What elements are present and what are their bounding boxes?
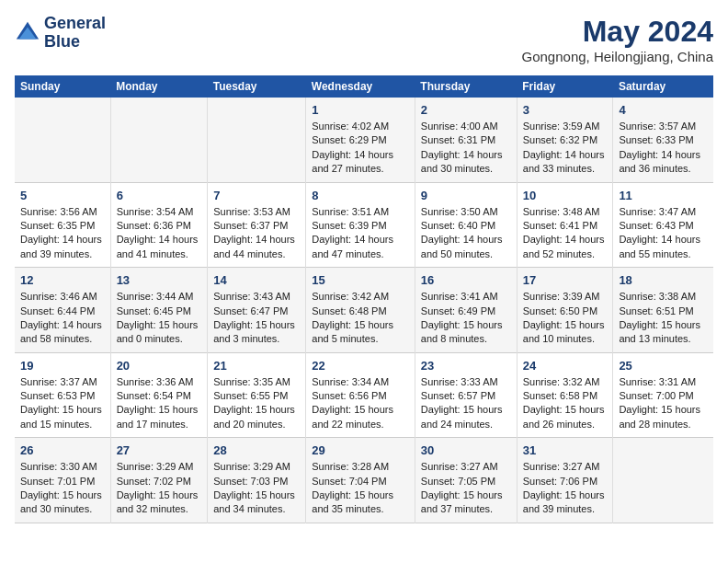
- day-info: Sunrise: 3:59 AM Sunset: 6:32 PM Dayligh…: [523, 120, 608, 177]
- calendar-week-row: 5Sunrise: 3:56 AM Sunset: 6:35 PM Daylig…: [15, 182, 713, 268]
- day-info: Sunrise: 3:29 AM Sunset: 7:03 PM Dayligh…: [213, 460, 300, 517]
- day-info: Sunrise: 3:43 AM Sunset: 6:47 PM Dayligh…: [213, 290, 300, 347]
- day-info: Sunrise: 3:41 AM Sunset: 6:49 PM Dayligh…: [421, 290, 511, 347]
- day-info: Sunrise: 3:56 AM Sunset: 6:35 PM Dayligh…: [20, 205, 105, 262]
- calendar-week-row: 12Sunrise: 3:46 AM Sunset: 6:44 PM Dayli…: [15, 268, 713, 353]
- day-number: 25: [619, 359, 708, 373]
- day-number: 11: [619, 189, 708, 202]
- day-number: 8: [312, 189, 409, 202]
- day-info: Sunrise: 3:32 AM Sunset: 6:58 PM Dayligh…: [523, 375, 608, 432]
- calendar-cell: [208, 98, 306, 182]
- day-number: 10: [523, 189, 608, 202]
- day-number: 27: [117, 443, 202, 457]
- day-info: Sunrise: 3:42 AM Sunset: 6:48 PM Dayligh…: [312, 290, 409, 347]
- day-info: Sunrise: 3:48 AM Sunset: 6:41 PM Dayligh…: [523, 205, 608, 262]
- calendar-cell: 30Sunrise: 3:27 AM Sunset: 7:05 PM Dayli…: [415, 438, 517, 523]
- page-header: General Blue May 2024 Gongnong, Heilongj…: [15, 15, 713, 64]
- calendar-title: May 2024: [522, 15, 713, 49]
- day-info: Sunrise: 3:39 AM Sunset: 6:50 PM Dayligh…: [523, 290, 608, 347]
- day-number: 26: [20, 443, 105, 457]
- calendar-cell: 9Sunrise: 3:50 AM Sunset: 6:40 PM Daylig…: [415, 182, 517, 268]
- day-info: Sunrise: 3:37 AM Sunset: 6:53 PM Dayligh…: [20, 375, 105, 432]
- calendar-cell: 13Sunrise: 3:44 AM Sunset: 6:45 PM Dayli…: [110, 268, 208, 353]
- day-header: Thursday: [415, 75, 517, 98]
- calendar-cell: 19Sunrise: 3:37 AM Sunset: 6:53 PM Dayli…: [15, 352, 110, 438]
- day-number: 21: [213, 359, 300, 373]
- calendar-table: SundayMondayTuesdayWednesdayThursdayFrid…: [15, 75, 713, 523]
- day-info: Sunrise: 3:47 AM Sunset: 6:43 PM Dayligh…: [619, 205, 708, 262]
- day-number: 28: [213, 443, 300, 457]
- calendar-cell: 14Sunrise: 3:43 AM Sunset: 6:47 PM Dayli…: [208, 268, 306, 353]
- day-number: 29: [312, 443, 409, 457]
- calendar-cell: 25Sunrise: 3:31 AM Sunset: 7:00 PM Dayli…: [613, 352, 713, 438]
- title-block: May 2024 Gongnong, Heilongjiang, China: [522, 15, 713, 64]
- day-number: 19: [20, 359, 105, 373]
- day-number: 17: [523, 273, 608, 287]
- calendar-cell: 15Sunrise: 3:42 AM Sunset: 6:48 PM Dayli…: [306, 268, 415, 353]
- calendar-cell: 17Sunrise: 3:39 AM Sunset: 6:50 PM Dayli…: [517, 268, 613, 353]
- day-info: Sunrise: 4:00 AM Sunset: 6:31 PM Dayligh…: [421, 120, 511, 177]
- day-info: Sunrise: 3:27 AM Sunset: 7:06 PM Dayligh…: [523, 460, 608, 517]
- day-info: Sunrise: 3:50 AM Sunset: 6:40 PM Dayligh…: [421, 205, 511, 262]
- calendar-cell: 5Sunrise: 3:56 AM Sunset: 6:35 PM Daylig…: [15, 182, 110, 268]
- calendar-cell: 1Sunrise: 4:02 AM Sunset: 6:29 PM Daylig…: [306, 98, 415, 182]
- logo-icon: [15, 20, 40, 46]
- day-number: 4: [619, 103, 708, 117]
- calendar-cell: [613, 438, 713, 523]
- day-header: Wednesday: [306, 75, 415, 98]
- calendar-cell: 28Sunrise: 3:29 AM Sunset: 7:03 PM Dayli…: [208, 438, 306, 523]
- day-number: 12: [20, 273, 105, 287]
- day-info: Sunrise: 3:31 AM Sunset: 7:00 PM Dayligh…: [619, 375, 708, 432]
- day-info: Sunrise: 3:29 AM Sunset: 7:02 PM Dayligh…: [117, 460, 202, 517]
- calendar-cell: [15, 98, 110, 182]
- day-header: Saturday: [613, 75, 713, 98]
- day-info: Sunrise: 3:34 AM Sunset: 6:56 PM Dayligh…: [312, 375, 409, 432]
- day-info: Sunrise: 3:57 AM Sunset: 6:33 PM Dayligh…: [619, 120, 708, 177]
- day-info: Sunrise: 3:33 AM Sunset: 6:57 PM Dayligh…: [421, 375, 511, 432]
- day-info: Sunrise: 3:36 AM Sunset: 6:54 PM Dayligh…: [117, 375, 202, 432]
- calendar-cell: 7Sunrise: 3:53 AM Sunset: 6:37 PM Daylig…: [208, 182, 306, 268]
- calendar-cell: 18Sunrise: 3:38 AM Sunset: 6:51 PM Dayli…: [613, 268, 713, 353]
- calendar-cell: 26Sunrise: 3:30 AM Sunset: 7:01 PM Dayli…: [15, 438, 110, 523]
- day-number: 14: [213, 273, 300, 287]
- day-info: Sunrise: 3:27 AM Sunset: 7:05 PM Dayligh…: [421, 460, 511, 517]
- day-number: 13: [117, 273, 202, 287]
- day-number: 1: [312, 103, 409, 117]
- day-number: 22: [312, 359, 409, 373]
- logo: General Blue: [15, 15, 106, 52]
- day-header: Monday: [110, 75, 208, 98]
- day-number: 18: [619, 273, 708, 287]
- calendar-cell: 29Sunrise: 3:28 AM Sunset: 7:04 PM Dayli…: [306, 438, 415, 523]
- day-header-row: SundayMondayTuesdayWednesdayThursdayFrid…: [15, 75, 713, 98]
- calendar-cell: 20Sunrise: 3:36 AM Sunset: 6:54 PM Dayli…: [110, 352, 208, 438]
- day-number: 15: [312, 273, 409, 287]
- day-number: 9: [421, 189, 511, 202]
- day-number: 16: [421, 273, 511, 287]
- calendar-cell: 3Sunrise: 3:59 AM Sunset: 6:32 PM Daylig…: [517, 98, 613, 182]
- day-number: 31: [523, 443, 608, 457]
- calendar-cell: [110, 98, 208, 182]
- calendar-week-row: 1Sunrise: 4:02 AM Sunset: 6:29 PM Daylig…: [15, 98, 713, 182]
- calendar-cell: 11Sunrise: 3:47 AM Sunset: 6:43 PM Dayli…: [613, 182, 713, 268]
- calendar-week-row: 19Sunrise: 3:37 AM Sunset: 6:53 PM Dayli…: [15, 352, 713, 438]
- calendar-cell: 31Sunrise: 3:27 AM Sunset: 7:06 PM Dayli…: [517, 438, 613, 523]
- calendar-cell: 4Sunrise: 3:57 AM Sunset: 6:33 PM Daylig…: [613, 98, 713, 182]
- day-info: Sunrise: 3:44 AM Sunset: 6:45 PM Dayligh…: [117, 290, 202, 347]
- calendar-cell: 21Sunrise: 3:35 AM Sunset: 6:55 PM Dayli…: [208, 352, 306, 438]
- calendar-cell: 6Sunrise: 3:54 AM Sunset: 6:36 PM Daylig…: [110, 182, 208, 268]
- calendar-week-row: 26Sunrise: 3:30 AM Sunset: 7:01 PM Dayli…: [15, 438, 713, 523]
- day-number: 20: [117, 359, 202, 373]
- day-header: Sunday: [15, 75, 110, 98]
- calendar-subtitle: Gongnong, Heilongjiang, China: [522, 49, 713, 64]
- day-info: Sunrise: 4:02 AM Sunset: 6:29 PM Dayligh…: [312, 120, 409, 177]
- day-number: 30: [421, 443, 511, 457]
- day-number: 2: [421, 103, 511, 117]
- logo-text: General Blue: [44, 15, 106, 52]
- day-info: Sunrise: 3:30 AM Sunset: 7:01 PM Dayligh…: [20, 460, 105, 517]
- calendar-cell: 10Sunrise: 3:48 AM Sunset: 6:41 PM Dayli…: [517, 182, 613, 268]
- day-number: 3: [523, 103, 608, 117]
- day-info: Sunrise: 3:38 AM Sunset: 6:51 PM Dayligh…: [619, 290, 708, 347]
- calendar-cell: 22Sunrise: 3:34 AM Sunset: 6:56 PM Dayli…: [306, 352, 415, 438]
- day-info: Sunrise: 3:53 AM Sunset: 6:37 PM Dayligh…: [213, 205, 300, 262]
- day-info: Sunrise: 3:51 AM Sunset: 6:39 PM Dayligh…: [312, 205, 409, 262]
